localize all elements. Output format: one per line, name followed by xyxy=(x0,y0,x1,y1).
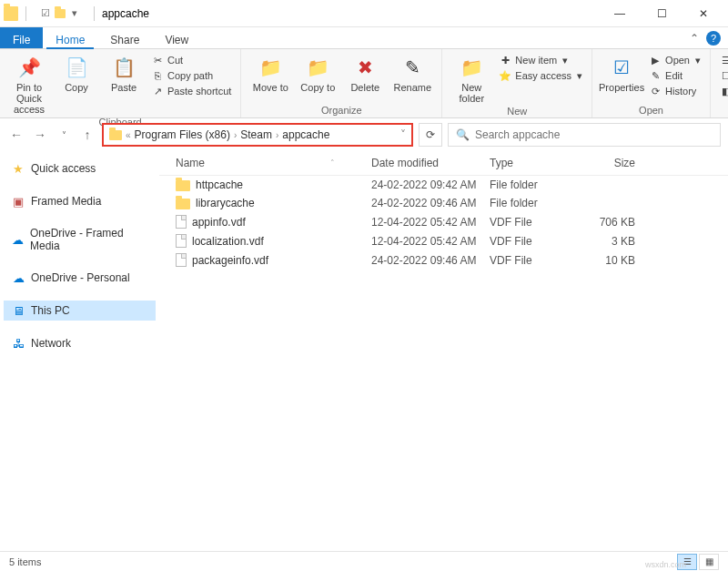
file-list: Name˄ Date modified Type Size httpcache2… xyxy=(159,151,728,551)
status-bar: 5 items ☰ ▦ xyxy=(0,551,728,571)
help-icon[interactable]: ? xyxy=(706,31,721,46)
breadcrumb[interactable]: appcache xyxy=(282,128,329,141)
maximize-button[interactable]: ☐ xyxy=(641,0,682,27)
forward-button[interactable]: → xyxy=(31,126,49,144)
ribbon-tabs: File Home Share View ⌃ ? xyxy=(0,27,728,49)
ribbon: 📌Pin to Quick access 📄Copy 📋Paste ✂Cut ⎘… xyxy=(0,49,728,118)
file-icon xyxy=(176,234,187,248)
select-all-button[interactable]: ☰Select all xyxy=(718,53,728,67)
column-headers[interactable]: Name˄ Date modified Type Size xyxy=(159,151,728,176)
address-folder-icon xyxy=(109,130,122,140)
paste-button[interactable]: 📋Paste xyxy=(102,53,146,93)
address-dropdown-icon[interactable]: ˅ xyxy=(400,128,406,141)
title-bar: ☑ ▾ appcache — ☐ ✕ xyxy=(0,0,728,27)
sidebar-item-framed-media[interactable]: ▣Framed Media xyxy=(4,191,156,211)
status-item-count: 5 items xyxy=(9,556,41,567)
qat-dropdown[interactable]: ▾ xyxy=(68,7,81,20)
back-button[interactable]: ← xyxy=(7,126,25,144)
search-icon: 🔍 xyxy=(456,128,470,141)
sidebar-item-network[interactable]: 🖧Network xyxy=(4,333,156,353)
watermark: wsxdn.com xyxy=(645,560,686,569)
tab-view[interactable]: View xyxy=(152,27,201,48)
table-row[interactable]: httpcache24-02-2022 09:42 AMFile folder xyxy=(159,176,728,194)
table-row[interactable]: appinfo.vdf12-04-2022 05:42 AMVDF File70… xyxy=(159,212,728,231)
table-row[interactable]: localization.vdf12-04-2022 05:42 AMVDF F… xyxy=(159,231,728,250)
edit-button[interactable]: ✎Edit xyxy=(647,68,703,83)
ribbon-collapse-icon[interactable]: ⌃ xyxy=(690,32,699,45)
move-to-button[interactable]: 📁Move to xyxy=(248,53,292,93)
folder-icon xyxy=(176,180,190,191)
file-icon xyxy=(176,215,187,229)
easy-access-button[interactable]: ⭐Easy access▾ xyxy=(497,68,584,83)
sidebar-item-onedrive-framed[interactable]: ☁OneDrive - Framed Media xyxy=(4,224,156,255)
copy-to-button[interactable]: 📁Copy to xyxy=(296,53,339,93)
view-icons-button[interactable]: ▦ xyxy=(699,554,719,570)
ribbon-group-select: ☰Select all ☐Select none ◧Invert selecti… xyxy=(711,49,728,117)
window-title: appcache xyxy=(102,7,149,20)
file-icon xyxy=(176,253,187,267)
nav-bar: ← → ˅ ↑ « Program Files (x86)› Steam› ap… xyxy=(0,118,728,151)
sidebar-item-onedrive-personal[interactable]: ☁OneDrive - Personal xyxy=(4,268,156,288)
breadcrumb[interactable]: Program Files (x86)› xyxy=(135,128,238,141)
ribbon-group-open: ☑Properties ▶Open▾ ✎Edit ⟳History Open xyxy=(592,49,711,117)
ribbon-group-clipboard: 📌Pin to Quick access 📄Copy 📋Paste ✂Cut ⎘… xyxy=(0,49,241,117)
copy-path-button[interactable]: ⎘Copy path xyxy=(149,68,233,83)
ribbon-group-new: 📁New folder ✚New item▾ ⭐Easy access▾ New xyxy=(442,49,592,117)
rename-button[interactable]: ✎Rename xyxy=(390,53,434,93)
open-button[interactable]: ▶Open▾ xyxy=(647,53,703,67)
address-bar[interactable]: « Program Files (x86)› Steam› appcache ˅ xyxy=(102,123,413,147)
close-button[interactable]: ✕ xyxy=(682,0,724,27)
pin-quickaccess-button[interactable]: 📌Pin to Quick access xyxy=(7,53,51,115)
qat-checkbox[interactable]: ☑ xyxy=(39,7,52,20)
up-button[interactable]: ↑ xyxy=(78,126,96,144)
ribbon-group-organize: 📁Move to 📁Copy to ✖Delete ✎Rename Organi… xyxy=(241,49,442,117)
table-row[interactable]: packageinfo.vdf24-02-2022 09:46 AMVDF Fi… xyxy=(159,250,728,270)
new-item-button[interactable]: ✚New item▾ xyxy=(497,53,584,67)
properties-button[interactable]: ☑Properties xyxy=(600,53,643,93)
invert-selection-button[interactable]: ◧Invert selection xyxy=(718,84,728,98)
breadcrumb[interactable]: Steam› xyxy=(240,128,278,141)
tab-file[interactable]: File xyxy=(0,27,43,48)
delete-button[interactable]: ✖Delete xyxy=(343,53,387,93)
select-none-button[interactable]: ☐Select none xyxy=(718,68,728,83)
cut-button[interactable]: ✂Cut xyxy=(149,53,233,67)
sidebar-item-quick-access[interactable]: ★Quick access xyxy=(4,158,156,178)
folder-icon xyxy=(176,199,190,209)
minimize-button[interactable]: — xyxy=(599,0,641,27)
tab-share[interactable]: Share xyxy=(97,27,152,48)
copy-button[interactable]: 📄Copy xyxy=(55,53,98,93)
history-button[interactable]: ⟳History xyxy=(647,84,703,98)
qat-folder[interactable] xyxy=(54,7,66,20)
search-input[interactable] xyxy=(475,128,713,141)
table-row[interactable]: librarycache24-02-2022 09:46 AMFile fold… xyxy=(159,194,728,212)
nav-pane: ★Quick access ▣Framed Media ☁OneDrive - … xyxy=(0,151,159,551)
search-box[interactable]: 🔍 xyxy=(448,123,721,147)
new-folder-button[interactable]: 📁New folder xyxy=(450,53,493,104)
tab-home[interactable]: Home xyxy=(43,27,97,48)
recent-dropdown[interactable]: ˅ xyxy=(55,126,73,144)
folder-icon xyxy=(4,6,18,21)
paste-shortcut-button[interactable]: ↗Paste shortcut xyxy=(149,84,233,98)
sidebar-item-this-pc[interactable]: 🖥This PC xyxy=(4,301,156,321)
refresh-button[interactable]: ⟳ xyxy=(419,123,442,147)
